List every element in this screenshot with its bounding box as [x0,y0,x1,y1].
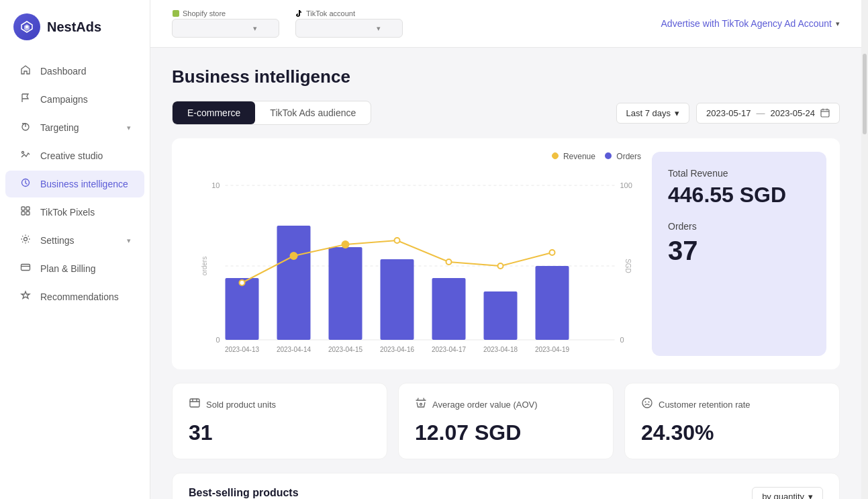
tiktok-dropdown[interactable]: ▾ [295,19,403,38]
chart-legend: Revenue Orders [552,152,641,161]
intelligence-icon [19,177,32,191]
best-selling-title: Best-selling products [189,487,349,499]
billing-icon [19,262,32,275]
sidebar-item-creative-studio[interactable]: Creative studio [5,142,144,169]
metric-card-aov: Average order value (AOV) 12.07 SGD [398,383,614,459]
tab-tiktok-ads-audience[interactable]: TikTok Ads audience [255,101,371,124]
scrollbar-track [861,0,868,499]
bar-0 [226,278,259,340]
svg-point-8 [24,238,28,241]
sidebar-item-label: Campaigns [40,94,88,105]
advertise-chevron: ▾ [836,19,840,28]
target-icon [19,121,32,134]
home-icon [19,64,32,78]
tab-ecommerce[interactable]: E-commerce [173,101,255,124]
metric-card-retention: Customer retention rate 24.30% [624,383,840,459]
sidebar-item-label: Dashboard [40,66,87,77]
advertise-link[interactable]: Advertise with TikTok Agency Ad Account [661,18,832,29]
retention-label: Customer retention rate [659,400,751,410]
aov-icon [415,397,427,412]
sidebar-item-label: Plan & Billing [40,263,96,274]
sidebar-item-dashboard[interactable]: Dashboard [5,58,144,85]
retention-value: 24.30% [641,420,823,445]
metric-cards: Sold product units 31 Average order valu… [172,383,840,459]
stats-panel: Total Revenue 446.55 SGD Orders 37 [652,152,826,356]
bar-2 [329,247,363,340]
svg-text:0: 0 [215,336,220,344]
line-dot-2 [342,241,349,248]
sidebar-item-targeting[interactable]: Targeting ▾ [5,114,144,141]
aov-label: Average order value (AOV) [432,400,538,410]
svg-point-29 [420,404,422,406]
date-range-dropdown[interactable]: Last 7 days ▾ [616,103,690,124]
sidebar-item-label: Business intelligence [40,179,128,189]
sidebar-item-tiktok-pixels[interactable]: TikTok Pixels [5,199,144,226]
shopify-dropdown[interactable]: ▾ [172,19,279,38]
bar-3 [381,259,414,340]
svg-text:2023-04-17: 2023-04-17 [432,346,467,353]
shopify-store-selector: Shopify store ▾ [172,9,279,38]
sidebar-item-plan-billing[interactable]: Plan & Billing [5,255,144,282]
star-icon [19,290,32,304]
sidebar-item-label: Targeting [40,122,79,133]
sidebar-item-business-intelligence[interactable]: Business intelligence [5,171,144,197]
bar-5 [484,291,518,340]
sidebar-item-settings[interactable]: Settings ▾ [5,227,144,254]
scrollbar-thumb[interactable] [863,54,867,134]
svg-text:2023-04-19: 2023-04-19 [535,346,570,353]
tiktok-account-selector: TikTok account ▾ [295,9,403,38]
page-content: Business intelligence E-commerce TikTok … [150,48,861,499]
svg-text:100: 100 [620,181,632,189]
svg-text:10: 10 [211,181,220,189]
svg-text:2023-04-18: 2023-04-18 [483,346,518,353]
svg-rect-10 [173,10,179,17]
svg-point-32 [648,402,650,403]
retention-icon [641,397,653,412]
sidebar-item-label: Creative studio [40,150,103,161]
calendar-icon [820,108,830,118]
chart-card: Revenue Orders 10 0 100 [172,138,840,369]
orders-value: 37 [668,236,810,266]
orders-legend-label: Orders [616,152,641,161]
logo: NestAds [0,0,150,56]
tabs-row: E-commerce TikTok Ads audience Last 7 da… [172,101,840,125]
sidebar-item-campaigns[interactable]: Campaigns [5,86,144,113]
sidebar: NestAds Dashboard Campaigns Targeting ▾ [0,0,150,499]
date-range-input[interactable]: 2023-05-17 — 2023-05-24 [696,103,840,124]
navigation: Dashboard Campaigns Targeting ▾ Creative… [0,56,150,312]
date-controls: Last 7 days ▾ 2023-05-17 — 2023-05-24 [616,103,840,124]
page-title: Business intelligence [172,66,840,87]
bar-4 [432,278,466,340]
total-revenue-label: Total Revenue [668,168,810,179]
topbar: Shopify store ▾ TikTok account ▾ Adverti… [150,0,861,48]
chevron-down-icon: ▾ [127,124,131,132]
by-quantity-dropdown[interactable]: by quantity ▾ [752,487,823,499]
chart-svg: 10 0 100 0 orders SGD [185,179,641,353]
sidebar-item-recommendations[interactable]: Recommendations [5,283,144,310]
bar-1 [277,226,311,340]
line-dot-3 [395,238,400,243]
tiktok-label: TikTok account [295,9,403,17]
topbar-right: Advertise with TikTok Agency Ad Account … [661,18,840,29]
logo-icon [13,13,40,40]
svg-rect-5 [26,207,30,210]
svg-rect-28 [190,399,199,407]
flag-icon [19,93,32,106]
svg-text:SGD: SGD [624,259,632,273]
svg-point-30 [642,398,652,408]
svg-rect-4 [21,207,25,210]
orders-legend-dot [605,152,612,159]
svg-text:2023-04-15: 2023-04-15 [328,346,363,353]
sold-units-label: Sold product units [206,400,276,410]
creative-icon [19,149,32,163]
svg-point-0 [26,26,28,28]
chevron-down-icon: ▾ [127,236,131,245]
tabs: E-commerce TikTok Ads audience [172,101,371,125]
sold-units-value: 31 [189,420,371,445]
bar-6 [536,266,569,340]
total-revenue-value: 446.55 SGD [668,183,810,208]
line-dot-1 [291,253,297,259]
svg-rect-6 [21,212,25,215]
sidebar-item-label: TikTok Pixels [40,207,95,218]
svg-text:0: 0 [620,336,624,344]
